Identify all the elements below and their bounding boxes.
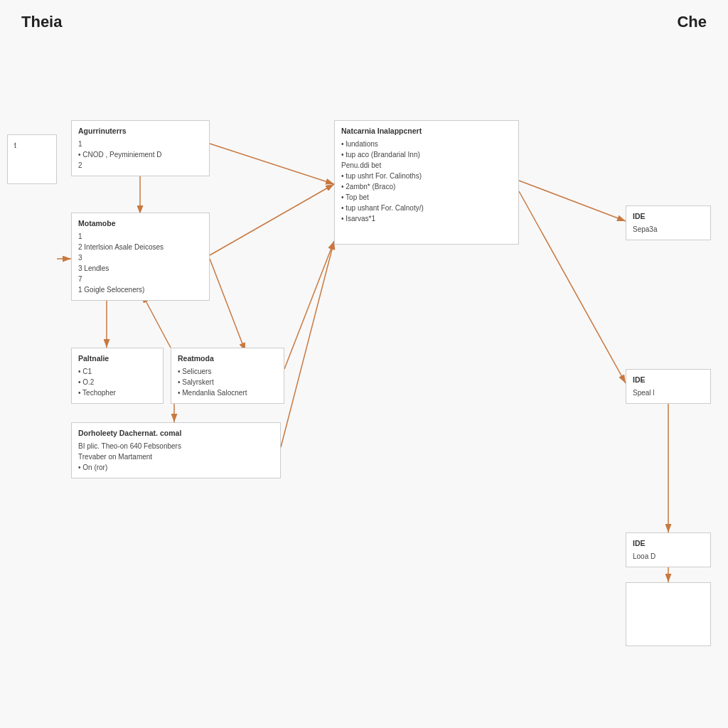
motamobe-item-1: 2 Interlsion Asale Deicoses [78,242,203,252]
natcarnia-item-5: • Top bet [341,192,512,203]
svg-line-7 [142,294,171,348]
administrators-item-0: 1 [78,139,203,149]
natcarnia-item-0: • lundations [341,139,512,149]
dorholeety-item-0: BI plic. Theo-on 640 Febsonbers [78,441,274,451]
ide-sepa3a-subtitle: Sepa3a [633,224,704,235]
ide-sepa3a-title: IDE [633,211,704,223]
svg-line-9 [210,184,334,255]
ide-looa-sub-box [626,582,711,646]
natcarnia-item-6: • tup ushant For. Calnoty/) [341,203,512,213]
ide-looa-subtitle: Looa D [633,551,704,562]
paltnalie-item-2: • Techopher [78,387,156,398]
administrators-title: Agurrinuterrs [78,126,203,137]
reatmoda-item-0: • Selicuers [178,366,277,377]
administrators-box: Agurrinuterrs 1 • CNOD , Peyminiement D … [71,120,210,176]
natcarnia-item-3: • tup ushrt For. Calinoths) [341,171,512,181]
paltnalie-title: Paltnalie [78,353,156,365]
ide-speal-subtitle: Speal l [633,387,704,398]
right-title: Che [677,13,707,31]
natcarnia-item-4: • 2ambn* (Braco) [341,181,512,192]
administrators-item-2: 2 [78,160,203,171]
motamobe-item-0: 1 [78,231,203,242]
ide-speal-box: IDE Speal l [626,369,711,404]
svg-line-10 [284,241,334,369]
natcarnia-item-7: • Isarvas*1 [341,213,512,224]
natcarnia-box: Natcarnia Inalappcnert • lundations • tu… [334,120,519,245]
left-partial-box: t [7,134,57,184]
motamobe-item-3: 3 Lendles [78,263,203,274]
svg-line-6 [210,259,245,351]
ide-looa-box: IDE Looa D [626,532,711,567]
dorholeety-box: Dorholeety Dachernat. comal BI plic. The… [71,422,281,478]
svg-line-13 [519,191,626,383]
motamobe-title: Motamobe [78,218,203,230]
reatmoda-item-1: • Salyrskert [178,377,277,387]
left-partial-label: t [14,141,16,149]
administrators-item-1: • CNOD , Peyminiement D [78,149,203,160]
dorholeety-item-2: • On (ror) [78,462,274,473]
natcarnia-item-1: • tup aco (Brandarial Inn) [341,149,512,160]
reatmoda-item-2: • Mendanlia Salocnert [178,387,277,398]
motamobe-box: Motamobe 1 2 Interlsion Asale Deicoses 3… [71,213,210,301]
dorholeety-title: Dorholeety Dachernat. comal [78,428,274,439]
reatmoda-box: Reatmoda • Selicuers • Salyrskert • Mend… [171,348,284,404]
header: Theia Che [0,0,728,38]
dorholeety-item-1: Trevaber on Martament [78,451,274,462]
svg-line-8 [210,144,334,184]
paltnalie-box: Paltnalie • C1 • O.2 • Techopher [71,348,164,404]
natcarnia-title: Natcarnia Inalappcnert [341,126,512,137]
ide-looa-title: IDE [633,538,704,550]
natcarnia-item-2: Penu.ddi bet [341,160,512,171]
ide-speal-title: IDE [633,375,704,386]
svg-line-11 [281,241,334,447]
paltnalie-item-0: • C1 [78,366,156,377]
diagram-area: t Agurrinuterrs 1 • CNOD , Peyminiement … [0,42,728,710]
motamobe-item-4: 7 [78,274,203,284]
ide-sepa3a-box: IDE Sepa3a [626,205,711,240]
reatmoda-title: Reatmoda [178,353,277,365]
paltnalie-item-1: • O.2 [78,377,156,387]
svg-line-12 [519,181,626,221]
motamobe-item-5: 1 Goigle Seloceners) [78,284,203,295]
motamobe-item-2: 3 [78,252,203,263]
app-title: Theia [21,13,62,31]
